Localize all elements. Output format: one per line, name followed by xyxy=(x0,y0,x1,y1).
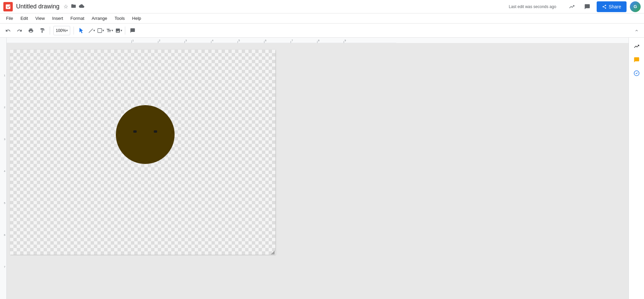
svg-rect-0 xyxy=(98,29,102,33)
right-panel xyxy=(629,38,644,299)
user-avatar[interactable]: G xyxy=(630,1,641,12)
canvas-area: 1 2 3 4 5 6 7 8 9 xyxy=(7,38,629,299)
svg-text:9: 9 xyxy=(344,39,346,42)
menu-bar: File Edit View Insert Format Arrange Too… xyxy=(0,13,644,24)
ruler-mark-6: 6 xyxy=(0,233,6,237)
tasks-panel-button[interactable] xyxy=(631,67,643,79)
canvas-wrapper[interactable] xyxy=(7,43,629,299)
image-dropdown-arrow: ▾ xyxy=(121,29,122,32)
svg-text:1: 1 xyxy=(132,39,134,42)
svg-text:6: 6 xyxy=(265,39,267,42)
ruler-mark-1: 1 xyxy=(0,74,6,77)
face-circle xyxy=(116,105,175,164)
main-area: 1 2 3 4 5 6 7 1 2 3 4 5 xyxy=(0,38,644,299)
menu-edit[interactable]: Edit xyxy=(17,14,31,22)
left-ruler: 1 2 3 4 5 6 7 xyxy=(0,38,7,299)
separator-1 xyxy=(50,27,50,35)
textbox-tool-group: ▾ xyxy=(105,27,114,35)
app-logo xyxy=(3,2,13,11)
separator-3 xyxy=(125,27,125,35)
share-label: Share xyxy=(609,4,621,9)
menu-arrange[interactable]: Arrange xyxy=(88,14,110,22)
svg-text:5: 5 xyxy=(238,39,240,42)
svg-text:8: 8 xyxy=(318,39,320,42)
separator-2 xyxy=(74,27,74,35)
ruler-mark-5: 5 xyxy=(0,202,6,205)
menu-format[interactable]: Format xyxy=(67,14,88,22)
ruler-mark-7: 7 xyxy=(0,265,6,268)
textbox-tool-button[interactable]: ▾ xyxy=(105,27,114,35)
star-icon[interactable]: ☆ xyxy=(63,3,68,10)
collapse-toolbar-button[interactable] xyxy=(632,26,641,35)
activity-panel-button[interactable] xyxy=(631,40,643,52)
menu-view[interactable]: View xyxy=(32,14,48,22)
svg-text:3: 3 xyxy=(185,39,187,42)
print-button[interactable] xyxy=(26,25,36,36)
comment-button[interactable] xyxy=(127,25,138,36)
zoom-control[interactable]: 100% ▾ xyxy=(53,26,70,35)
trending-icon-btn[interactable] xyxy=(566,1,578,13)
resize-handle xyxy=(271,250,275,254)
image-tool-group: ▾ xyxy=(114,27,123,35)
shape-dropdown-arrow: ▾ xyxy=(102,29,104,32)
svg-text:7: 7 xyxy=(291,39,293,42)
svg-text:2: 2 xyxy=(159,39,160,42)
shape-tool-group: ▾ xyxy=(96,27,105,35)
comment-icon-btn[interactable] xyxy=(581,1,593,13)
last-edit-label: Last edit was seconds ago xyxy=(509,4,556,9)
svg-text:4: 4 xyxy=(212,39,214,42)
drawing-canvas[interactable] xyxy=(10,50,275,255)
paint-format-button[interactable] xyxy=(37,25,48,36)
menu-tools[interactable]: Tools xyxy=(111,14,128,22)
title-bar: Untitled drawing ☆ Last edit was seconds… xyxy=(0,0,644,13)
line-tool-button[interactable]: ▾ xyxy=(87,27,96,35)
left-eye xyxy=(133,130,137,133)
textbox-dropdown-arrow: ▾ xyxy=(111,29,113,32)
ruler-mark-2: 2 xyxy=(0,106,6,109)
select-tool-button[interactable] xyxy=(76,25,87,36)
menu-insert[interactable]: Insert xyxy=(49,14,66,22)
right-eye xyxy=(154,130,157,133)
chat-panel-button[interactable] xyxy=(631,54,643,66)
line-tool-group: ▾ xyxy=(87,27,96,35)
line-dropdown-arrow: ▾ xyxy=(93,29,95,32)
image-tool-button[interactable]: ▾ xyxy=(114,27,123,35)
menu-help[interactable]: Help xyxy=(129,14,145,22)
header-actions: Share G xyxy=(566,1,641,13)
menu-file[interactable]: File xyxy=(3,14,16,22)
shape-tool-button[interactable]: ▾ xyxy=(96,27,105,35)
zoom-label: 100% xyxy=(56,28,66,33)
cloud-icon[interactable] xyxy=(79,3,84,10)
ruler-mark-3: 3 xyxy=(0,138,6,141)
folder-icon[interactable] xyxy=(71,3,76,10)
svg-rect-1 xyxy=(7,38,629,43)
toolbar: 100% ▾ ▾ ▾ ▾ ▾ xyxy=(0,24,644,38)
share-button[interactable]: Share xyxy=(597,1,627,12)
top-ruler: 1 2 3 4 5 6 7 8 9 xyxy=(7,38,629,43)
undo-button[interactable] xyxy=(3,25,13,36)
zoom-dropdown-arrow: ▾ xyxy=(66,29,68,32)
redo-button[interactable] xyxy=(14,25,25,36)
ruler-mark-4: 4 xyxy=(0,170,6,173)
doc-title[interactable]: Untitled drawing xyxy=(16,3,59,10)
